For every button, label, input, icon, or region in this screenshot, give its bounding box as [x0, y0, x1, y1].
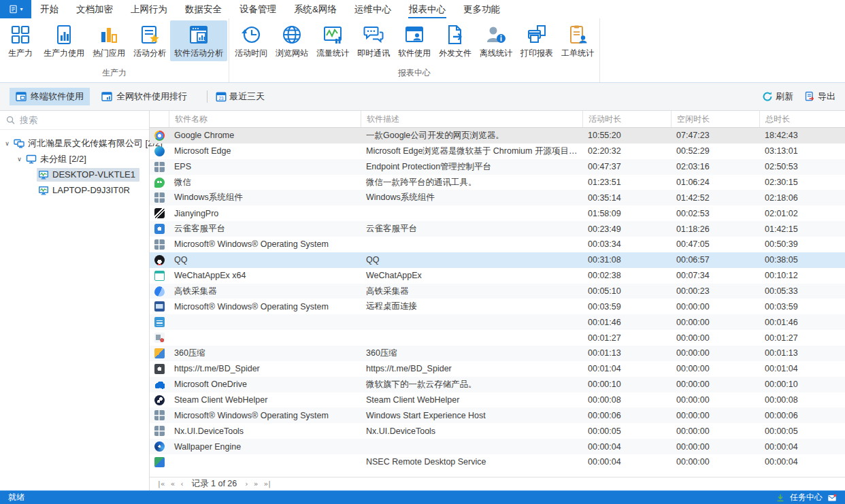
- pagination-next-button[interactable]: ›: [242, 480, 250, 488]
- table-row[interactable]: Microsoft® Windows® Operating System00:0…: [150, 237, 845, 252]
- chrome-app-icon: [154, 131, 165, 141]
- table-row[interactable]: Microsoft EdgeMicrosoft Edge浏览器是微软基于 Chr…: [150, 144, 845, 159]
- column-header-active[interactable]: 活动时长: [582, 111, 671, 127]
- tree-node-terminal-desktop-vlktle1[interactable]: DESKTOP-VLKTLE1: [0, 167, 149, 182]
- ribbon-button-hot-apps[interactable]: 热门应用: [88, 20, 129, 61]
- pagination-first-button[interactable]: |«: [155, 480, 167, 488]
- menu-item-more-features[interactable]: 更多功能: [454, 0, 509, 18]
- column-header-total[interactable]: 总时长: [759, 111, 845, 127]
- cell-desc: Nx.UI.DeviceTools: [361, 426, 582, 436]
- table-row[interactable]: https://t.me/BD_Spiderhttps://t.me/BD_Sp…: [150, 361, 845, 377]
- table-row[interactable]: 00:01:2700:00:0000:01:27: [150, 330, 845, 346]
- ribbon-button-productivity-usage[interactable]: 生产力使用: [39, 20, 88, 61]
- ribbon: 生产力生产力使用热门应用活动分析软件活动分析生产力活动时间浏览网站流量统计即时通…: [0, 18, 845, 83]
- table-row[interactable]: Microsoft OneDrive微软旗下的一款云存储产品。00:00:100…: [150, 377, 845, 392]
- tree-node-company[interactable]: ∨河北瀚星辰文化传媒有限公司 [2/2]: [0, 135, 149, 151]
- table-row[interactable]: Microsoft® Windows® Operating SystemWind…: [150, 407, 845, 423]
- table-row[interactable]: QQQQ00:31:0800:06:5700:38:05: [150, 252, 845, 268]
- mail-icon[interactable]: [827, 493, 837, 503]
- tree-node-terminal-laptop-d9j3it0r[interactable]: LAPTOP-D9J3IT0R: [0, 182, 149, 198]
- menu-item-system-network[interactable]: 系统&网络: [285, 0, 346, 18]
- pagination-last-button[interactable]: »|: [261, 480, 273, 488]
- toolbar-actions: 刷新 导出: [762, 90, 835, 103]
- ribbon-button-print-report[interactable]: 打印报表: [516, 20, 557, 61]
- tab-terminal-software-usage[interactable]: 终端软件使用: [10, 88, 90, 105]
- cell-idle: 00:00:00: [671, 395, 759, 405]
- globe-icon: [281, 24, 303, 46]
- table-row[interactable]: 高铁采集器高铁采集器00:05:1000:00:2300:05:33: [150, 284, 845, 299]
- cell-name: https://t.me/BD_Spider: [169, 364, 361, 373]
- cell-active: 01:23:51: [582, 178, 671, 187]
- table-row[interactable]: WeChatAppEx x64WeChatAppEx00:02:3800:07:…: [150, 268, 845, 284]
- table-row[interactable]: Microsoft® Windows® Operating System远程桌面…: [150, 299, 845, 314]
- table-row[interactable]: NSEC Remote Desktop Service00:00:0400:00…: [150, 454, 845, 470]
- ribbon-button-browsed-websites[interactable]: 浏览网站: [271, 20, 312, 61]
- table-row[interactable]: 微信微信一款跨平台的通讯工具。01:23:5101:06:2402:30:15: [150, 175, 845, 190]
- tree-collapse-arrow-icon[interactable]: ∨: [3, 140, 12, 147]
- ribbon-button-productivity[interactable]: 生产力: [1, 20, 39, 61]
- cell-idle: 00:00:00: [671, 348, 759, 358]
- yunque-app-icon: [154, 224, 165, 234]
- ribbon-button-active-time[interactable]: 活动时间: [231, 20, 271, 61]
- date-filter-button[interactable]: 23 最近三天: [216, 90, 265, 103]
- tab-network-software-ranking[interactable]: 全网软件使用排行: [95, 88, 193, 105]
- steam-app-icon: [154, 395, 165, 405]
- cell-desc: 远程桌面连接: [361, 301, 582, 312]
- column-header-idle[interactable]: 空闲时长: [671, 111, 759, 127]
- ribbon-button-label: 流量统计: [316, 48, 349, 59]
- refresh-button[interactable]: 刷新: [762, 90, 793, 103]
- cell-active: 00:31:08: [582, 255, 671, 265]
- table-row[interactable]: Google Chrome一款Google公司开发的网页浏览器。10:55:20…: [150, 128, 845, 144]
- menu-item-doc-encryption[interactable]: 文档加密: [67, 0, 122, 18]
- export-button[interactable]: 导出: [804, 90, 835, 103]
- table-row[interactable]: 云雀客服平台云雀客服平台00:23:4901:18:2601:42:15: [150, 221, 845, 237]
- pagination-fast-next-button[interactable]: »: [251, 480, 261, 488]
- tree-collapse-arrow-icon[interactable]: ∨: [15, 156, 24, 163]
- ribbon-button-software-usage[interactable]: 软件使用: [394, 20, 435, 61]
- search-input[interactable]: [20, 115, 144, 125]
- download-icon[interactable]: [776, 493, 785, 503]
- column-header-name[interactable]: 软件名称: [169, 111, 361, 127]
- bar-chart-icon: [98, 24, 120, 46]
- pagination-prev-button[interactable]: ‹: [178, 480, 186, 488]
- table-row[interactable]: Nx.UI.DeviceToolsNx.UI.DeviceTools00:00:…: [150, 423, 845, 439]
- column-header-desc[interactable]: 软件描述: [361, 111, 582, 127]
- menu-item-ops-center[interactable]: 运维中心: [346, 0, 400, 18]
- ribbon-button-traffic-stats[interactable]: 流量统计: [312, 20, 353, 61]
- computer-icon: [26, 154, 37, 165]
- ribbon-button-instant-messaging[interactable]: 即时通讯: [353, 20, 394, 61]
- table-row[interactable]: JianyingPro01:58:0900:02:5302:01:02: [150, 205, 845, 221]
- app-menu-button[interactable]: ▾: [0, 0, 31, 18]
- ribbon-button-outgoing-files[interactable]: 外发文件: [435, 20, 476, 61]
- cell-active: 10:55:20: [582, 131, 671, 140]
- table-row[interactable]: EPSEndpoint Protection管理控制平台00:47:3702:0…: [150, 159, 845, 175]
- ribbon-button-offline-stats[interactable]: 离线统计: [476, 20, 516, 61]
- cell-name: WeChatAppEx x64: [169, 271, 361, 280]
- tree-node-ungrouped[interactable]: ∨未分组 [2/2]: [0, 151, 149, 167]
- qq-app-icon: [154, 255, 165, 265]
- view-tabs: 终端软件使用全网软件使用排行: [10, 88, 199, 105]
- cell-idle: 00:52:29: [671, 146, 759, 156]
- table-row[interactable]: 00:01:4600:00:0000:01:46: [150, 314, 845, 330]
- ribbon-button-software-activity-analysis[interactable]: 软件活动分析: [170, 20, 227, 61]
- menu-item-device-management[interactable]: 设备管理: [231, 0, 285, 18]
- cell-total: 00:00:04: [759, 457, 845, 467]
- menu-item-report-center[interactable]: 报表中心: [400, 0, 454, 18]
- toolbar-divider: [207, 90, 208, 103]
- menu-item-data-security[interactable]: 数据安全: [176, 0, 231, 18]
- pagination-fast-prev-button[interactable]: «: [167, 480, 178, 488]
- cell-name: JianyingPro: [169, 209, 361, 218]
- table-row[interactable]: 360压缩360压缩00:01:1300:00:0000:01:13: [150, 346, 845, 361]
- menu-item-web-behavior[interactable]: 上网行为: [122, 0, 176, 18]
- ribbon-button-activity-analysis[interactable]: 活动分析: [129, 20, 170, 61]
- table-row[interactable]: Steam Client WebHelperSteam Client WebHe…: [150, 392, 845, 408]
- ribbon-group-productivity: 生产力生产力使用热门应用活动分析软件活动分析生产力: [0, 18, 229, 82]
- table-row[interactable]: Wallpaper Engine00:00:0400:00:0000:00:04: [150, 439, 845, 454]
- cell-active: 00:03:34: [582, 239, 671, 249]
- cell-name: 云雀客服平台: [169, 223, 361, 235]
- cell-active: 02:20:32: [582, 146, 671, 156]
- ribbon-button-ticket-stats[interactable]: 工单统计: [557, 20, 598, 61]
- menu-item-start[interactable]: 开始: [31, 0, 67, 18]
- table-row[interactable]: Windows系统组件Windows系统组件00:35:1401:42:5202…: [150, 190, 845, 205]
- task-center-button[interactable]: 任务中心: [790, 492, 823, 503]
